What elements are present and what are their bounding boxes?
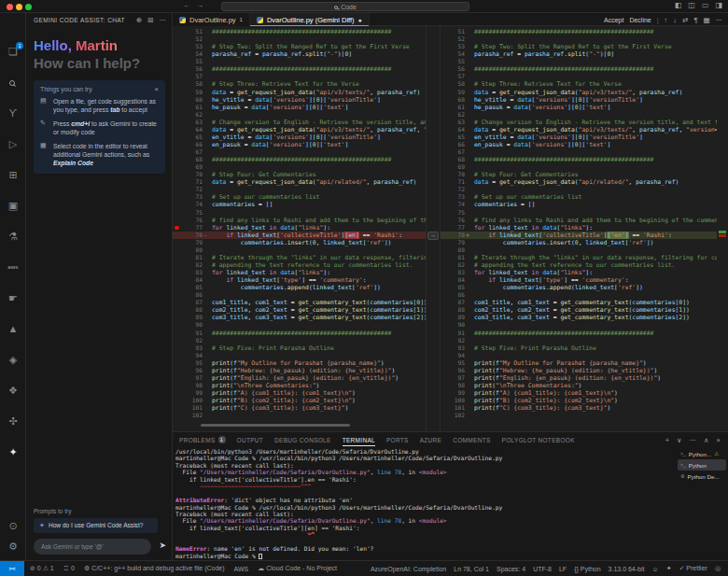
next-change-icon[interactable]: ↓ <box>673 16 677 24</box>
pointer-hand-icon[interactable]: ☛ <box>0 288 26 308</box>
cpp-build-status[interactable]: ⚙ C/C++: g++ build and debug active file… <box>84 565 225 572</box>
minimize-window-button[interactable] <box>16 4 22 10</box>
terminal-dropdown-icon[interactable]: ∨ <box>677 436 682 444</box>
cloud-code-status[interactable]: ☁ Cloud Code - No Project <box>258 565 337 572</box>
toggle-bottom-panel-icon[interactable]: ▭ <box>702 1 709 9</box>
diff-modified-pane[interactable]: 51######################################… <box>440 26 717 431</box>
problems-status[interactable]: ⊘ 0 ⚠ 1 <box>30 565 54 572</box>
line-number: 59 <box>441 89 465 96</box>
tip-item: ✎Press cmd+i to ask Gemini to create or … <box>40 119 159 136</box>
more-icon[interactable]: ⋯ <box>690 436 697 444</box>
horizontal-scrollbar[interactable] <box>201 424 350 427</box>
title-bar: ←→ Code ◧◫▭◨ <box>0 0 728 13</box>
clear-chat-icon[interactable]: ⊠ <box>147 16 153 24</box>
encoding-status[interactable]: UTF-8 <box>533 566 552 572</box>
api-icon[interactable]: ❖ <box>0 380 26 400</box>
toggle-primary-sidebar-icon[interactable]: ◧ <box>675 1 682 9</box>
panel-tab-polyglot-notebook[interactable]: POLYGLOT NOTEBOOK <box>502 433 575 446</box>
dirty-indicator-icon[interactable]: ● <box>358 17 362 23</box>
code-line: 51######################################… <box>173 28 426 35</box>
chat-input[interactable] <box>34 539 151 555</box>
panel-tab-azure[interactable]: AZURE <box>420 433 442 446</box>
panel-tab-ports[interactable]: PORTS <box>386 433 409 446</box>
prompt-suggestion-chip[interactable]: ✦How do I use Gemini Code Assist? <box>34 518 158 533</box>
code-line: 101print(f"C) {com3_title}: {com3_text}"… <box>441 404 717 412</box>
decline-button[interactable]: Decline <box>629 17 651 23</box>
maximize-panel-icon[interactable]: ∧ <box>704 436 709 444</box>
panel-tab-problems[interactable]: PROBLEMS1 <box>179 433 226 446</box>
terminal-output[interactable]: /usr/local/bin/python3 /Users/martinhell… <box>175 448 678 559</box>
close-icon[interactable]: × <box>154 86 159 92</box>
problems-badge: 1 <box>218 436 226 443</box>
toggle-panel-icon[interactable]: ◫ <box>688 1 695 9</box>
code-assist-icon[interactable]: ❏1 <box>0 41 26 62</box>
code-line: 69 <box>441 163 717 171</box>
diff-original-pane[interactable]: 51######################################… <box>173 26 427 431</box>
search-icon[interactable] <box>0 72 26 92</box>
line-number: 58 <box>173 80 203 88</box>
overview-ruler[interactable] <box>717 26 728 431</box>
aws-icon[interactable]: aws <box>0 257 26 277</box>
notifications-bell-icon[interactable]: ◎ <box>715 565 721 572</box>
azure-icon[interactable]: ▲ <box>0 318 26 339</box>
azure-openai-status[interactable]: AzureOpenAI: Completion <box>371 566 446 572</box>
history-nav[interactable]: ←→ <box>183 1 209 9</box>
gemini-status-icon[interactable]: ✦ <box>666 565 672 572</box>
run-debug-icon[interactable]: ▷ <box>0 133 26 154</box>
forward-icon: → <box>196 1 209 9</box>
code-line: 64data = get_request_json_data("api/v3/t… <box>441 126 717 133</box>
eol-status[interactable]: LF <box>559 566 567 572</box>
maximize-window-button[interactable] <box>25 4 32 10</box>
new-terminal-icon[interactable]: + <box>665 436 669 444</box>
aws-status[interactable]: AWS <box>234 566 249 572</box>
code-line: 62 <box>173 111 426 119</box>
inline-view-icon[interactable]: ▦ <box>703 16 709 24</box>
cursor-position-status[interactable]: Ln 78, Col 1 <box>454 566 489 572</box>
terminal-item-python[interactable]: >_Python <box>678 459 726 471</box>
remote-icon[interactable]: >< <box>0 561 24 576</box>
language-mode-status[interactable]: {} Python <box>574 566 600 572</box>
revert-change-icon[interactable]: → <box>427 232 439 240</box>
python-version-status[interactable]: 3.13.0 64-bit <box>609 566 645 572</box>
indentation-status[interactable]: Spaces: 4 <box>497 566 525 572</box>
testing-flask-icon[interactable]: ⚗ <box>0 226 26 246</box>
feedback-icon[interactable]: ☺ <box>651 566 658 572</box>
terminal-item-python-debug[interactable]: ⚙Python De... <box>678 471 726 482</box>
new-chat-icon[interactable]: ⊕ <box>136 16 142 24</box>
code-line: 85 commentaries.append(linked_text['ref'… <box>173 284 426 291</box>
toggle-secondary-sidebar-icon[interactable]: ◨ <box>715 1 722 9</box>
source-control-icon[interactable]: ϒ <box>0 103 26 123</box>
diff-editor[interactable]: 51######################################… <box>173 26 728 431</box>
whitespace-icon[interactable]: ¶ <box>693 16 697 24</box>
remote-explorer-icon[interactable]: ▣ <box>0 195 26 216</box>
close-panel-icon[interactable]: × <box>717 436 721 444</box>
tab-dvaroutline-gemini-diff[interactable]: DvarOutline.py (Gemini Diff)● <box>250 13 370 26</box>
more-actions-icon[interactable]: ⋯ <box>716 16 723 24</box>
tools-icon[interactable]: ✣ <box>0 411 26 431</box>
command-center-search[interactable]: Code <box>221 2 469 11</box>
panel-tab-terminal[interactable]: TERMINAL <box>343 433 375 446</box>
previous-change-icon[interactable]: ↑ <box>665 16 668 24</box>
code-line: 76# find any links to Rashi and add them… <box>173 217 426 224</box>
code-line: 78- if linked_text['collectiveTitle'][en… <box>173 232 426 239</box>
terminal-item-python-warn[interactable]: >_Python...⚠ <box>678 448 726 459</box>
settings-gear-icon[interactable]: ⚙ <box>0 536 26 556</box>
ports-status[interactable]: ♖ 0 <box>63 565 75 572</box>
more-icon[interactable]: ⋯ <box>160 16 167 24</box>
tab-dvaroutline[interactable]: DvarOutline.py1 <box>173 13 250 26</box>
breakpoint-icon[interactable] <box>175 226 179 231</box>
diff-sash[interactable]: → <box>427 26 440 431</box>
accept-button[interactable]: Accept <box>604 17 623 23</box>
account-icon[interactable]: ⊙ <box>0 515 26 536</box>
send-icon[interactable]: ➤ <box>159 541 166 550</box>
panel-tab-comments[interactable]: COMMENTS <box>453 433 490 446</box>
line-number: 100 <box>173 397 203 404</box>
panel-tab-output[interactable]: OUTPUT <box>237 433 264 446</box>
gemini-icon[interactable]: ✦ <box>0 442 26 462</box>
prettier-status[interactable]: ✓ Prettier <box>679 565 707 572</box>
extensions-icon[interactable]: ⊞ <box>0 164 26 185</box>
panel-tab-debug-console[interactable]: DEBUG CONSOLE <box>274 433 331 446</box>
close-window-button[interactable] <box>7 4 13 10</box>
shield-icon[interactable]: ◈ <box>0 349 26 370</box>
swap-sides-icon[interactable]: ⇄ <box>682 16 688 24</box>
